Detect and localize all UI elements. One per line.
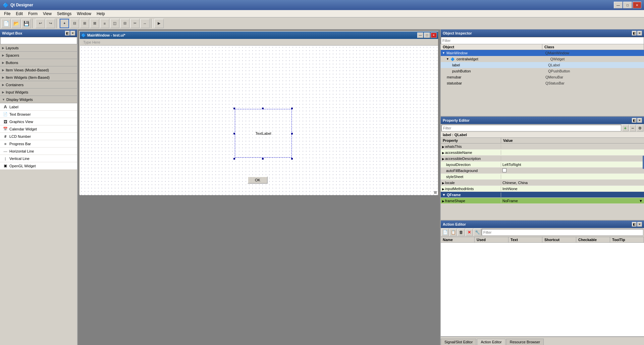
toolbar-save[interactable]: 💾 <box>21 19 31 28</box>
category-input-widgets-arrow: ▶ <box>2 91 4 94</box>
tree-item-pushbutton[interactable]: pushButton QPushButton <box>441 68 644 74</box>
oi-close[interactable]: ✕ <box>637 31 642 36</box>
category-display-widgets[interactable]: ▼ Display Widgets <box>0 96 77 103</box>
widget-box-filter[interactable] <box>0 37 77 44</box>
pe-filter-input[interactable] <box>441 125 621 131</box>
toolbar-layout-splitter-v[interactable]: ⊟ <box>120 19 129 28</box>
mainwindow-class: QMainWindow <box>545 51 644 55</box>
tree-item-menubar[interactable]: menubar QMenuBar <box>441 74 644 80</box>
canvas-maximize[interactable]: □ <box>424 33 430 38</box>
menu-file[interactable]: File <box>1 11 13 17</box>
text-browser-icon: 📄 <box>3 112 8 117</box>
menu-settings[interactable]: Settings <box>54 11 74 17</box>
pe-add-btn[interactable]: + <box>622 125 629 131</box>
close-button[interactable]: ✕ <box>633 2 641 8</box>
category-spacers[interactable]: ▶ Spacers <box>0 52 77 59</box>
ae-close[interactable]: ✕ <box>637 222 642 227</box>
prop-whatsthis[interactable]: ▶whatsThis <box>441 143 644 150</box>
prop-autofill[interactable]: autoFillBackground <box>441 168 644 174</box>
widget-box: Widget Box ◧ ✕ ▶ Layouts ▶ Spacers ▶ But… <box>0 30 78 345</box>
toolbar-layout-form[interactable]: ≡ <box>100 19 109 28</box>
minimize-button[interactable]: — <box>614 2 623 8</box>
pe-float[interactable]: ◧ <box>632 118 637 123</box>
text-label-widget[interactable]: TextLabel <box>235 109 292 158</box>
category-containers[interactable]: ▶ Containers <box>0 81 77 89</box>
tree-item-label[interactable]: label QLabel <box>441 62 644 68</box>
widget-box-float[interactable]: ◧ <box>65 31 70 36</box>
category-item-widgets[interactable]: ▶ Item Widgets (Item-Based) <box>0 74 77 81</box>
prop-layout-direction[interactable]: layoutDirection LeftToRight <box>441 162 644 168</box>
maximize-button[interactable]: □ <box>623 2 632 8</box>
tree-item-centralwidget[interactable]: ▼ 🔷 centralwidget QWidget <box>441 56 644 62</box>
widget-item-horizontal-line[interactable]: — Horizontal Line <box>0 148 77 155</box>
canvas-type-here[interactable]: Type Here <box>81 40 102 45</box>
widget-item-lcd[interactable]: # LCD Number <box>0 133 77 140</box>
widget-item-graphics-view-text: Graphics View <box>9 120 33 124</box>
toolbar-preview[interactable]: ▶ <box>154 19 164 28</box>
canvas-minimize[interactable]: — <box>417 33 423 38</box>
toolbar-undo[interactable]: ↩ <box>36 19 45 28</box>
ae-new-btn[interactable]: 📄 <box>441 229 449 236</box>
toolbar-break-layout[interactable]: ✂ <box>130 19 140 28</box>
menu-window[interactable]: Window <box>74 11 94 17</box>
canvas-body[interactable]: TextLabel OK <box>80 46 438 195</box>
widget-item-opengl[interactable]: ▣ OpenGL Widget <box>0 162 77 170</box>
autofill-checkbox[interactable] <box>502 168 506 172</box>
tree-item-statusbar[interactable]: statusbar QStatusBar <box>441 80 644 86</box>
ae-filter-input[interactable] <box>482 229 643 236</box>
toolbar-layout-v[interactable]: ⊞ <box>80 19 89 28</box>
handle-bm[interactable] <box>262 158 264 160</box>
widget-item-calendar[interactable]: 📅 Calendar Widget <box>0 125 77 133</box>
handle-br[interactable] <box>291 158 293 160</box>
toolbar-widget-editor[interactable]: ✦ <box>60 19 69 28</box>
handle-bl[interactable] <box>233 158 235 160</box>
widget-item-progress-bar-text: Progress Bar <box>9 142 31 146</box>
widget-item-vertical-line[interactable]: | Vertical Line <box>0 155 77 162</box>
menu-form[interactable]: Form <box>25 11 40 17</box>
tree-item-mainwindow[interactable]: ▼ MainWindow QMainWindow <box>441 50 644 56</box>
ae-copy-btn[interactable]: 📋 <box>449 229 457 236</box>
widget-box-close[interactable]: ✕ <box>70 31 75 36</box>
toolbar-open[interactable]: 📂 <box>11 19 21 28</box>
action-editor: Action Editor ◧ ✕ 📄 📋 🗑 ✕ 🔧 Name Used Te… <box>441 221 644 345</box>
menu-edit[interactable]: Edit <box>13 11 25 17</box>
category-layouts[interactable]: ▶ Layouts <box>0 44 77 52</box>
category-buttons[interactable]: ▶ Buttons <box>0 59 77 66</box>
prop-frameshape[interactable]: ▶frameShape NoFrame ▼ <box>441 198 644 204</box>
category-input-widgets[interactable]: ▶ Input Widgets <box>0 89 77 96</box>
toolbar-new[interactable]: 📄 <box>1 19 11 28</box>
oi-filter[interactable] <box>441 37 644 44</box>
prop-accessible-name[interactable]: ▶accessibleName <box>441 150 644 156</box>
oi-float[interactable]: ◧ <box>632 31 637 36</box>
ae-delete-btn[interactable]: 🗑 <box>458 229 465 236</box>
tab-signal-slot[interactable]: Signal/Slot Editor <box>441 339 476 345</box>
pe-remove-btn[interactable]: − <box>629 125 636 131</box>
tab-resource-browser[interactable]: Resource Browser <box>506 339 544 345</box>
widget-item-progress-bar[interactable]: ≡ Progress Bar <box>0 140 77 148</box>
prop-locale[interactable]: ▶locale Chinese, China <box>441 180 644 186</box>
category-display-widgets-arrow: ▼ <box>2 98 5 101</box>
ae-float[interactable]: ◧ <box>632 222 637 227</box>
toolbar-layout-grid[interactable]: ⊠ <box>90 19 99 28</box>
widget-item-label[interactable]: A Label <box>0 103 77 111</box>
toolbar-adjust-size[interactable]: ↔ <box>140 19 150 28</box>
canvas-close[interactable]: ✕ <box>431 33 437 38</box>
tab-action-editor[interactable]: Action Editor <box>477 339 505 345</box>
widget-item-graphics-view[interactable]: 🖼 Graphics View <box>0 118 77 125</box>
ok-button[interactable]: OK <box>248 176 268 184</box>
pe-close[interactable]: ✕ <box>637 118 642 123</box>
toolbar-layout-h[interactable]: ⊟ <box>70 19 79 28</box>
prop-accessible-desc[interactable]: ▶accessibleDescription <box>441 156 644 162</box>
ae-remove-btn[interactable]: ✕ <box>466 229 473 236</box>
category-item-views[interactable]: ▶ Item Views (Model-Based) <box>0 66 77 74</box>
menu-view[interactable]: View <box>40 11 54 17</box>
prop-input-method[interactable]: ▶inputMethodHints ImhNone <box>441 186 644 192</box>
toolbar-redo[interactable]: ↪ <box>46 19 55 28</box>
prop-stylesheet[interactable]: styleSheet <box>441 174 644 180</box>
widget-item-text-browser[interactable]: 📄 Text Browser <box>0 111 77 118</box>
menu-help[interactable]: Help <box>94 11 108 17</box>
pe-config-btn[interactable]: ⚙ <box>637 125 643 131</box>
frameshape-dropdown[interactable]: ▼ <box>639 199 643 203</box>
toolbar-layout-splitter-h[interactable]: ◫ <box>110 19 119 28</box>
ae-configure-btn[interactable]: 🔧 <box>474 229 481 236</box>
